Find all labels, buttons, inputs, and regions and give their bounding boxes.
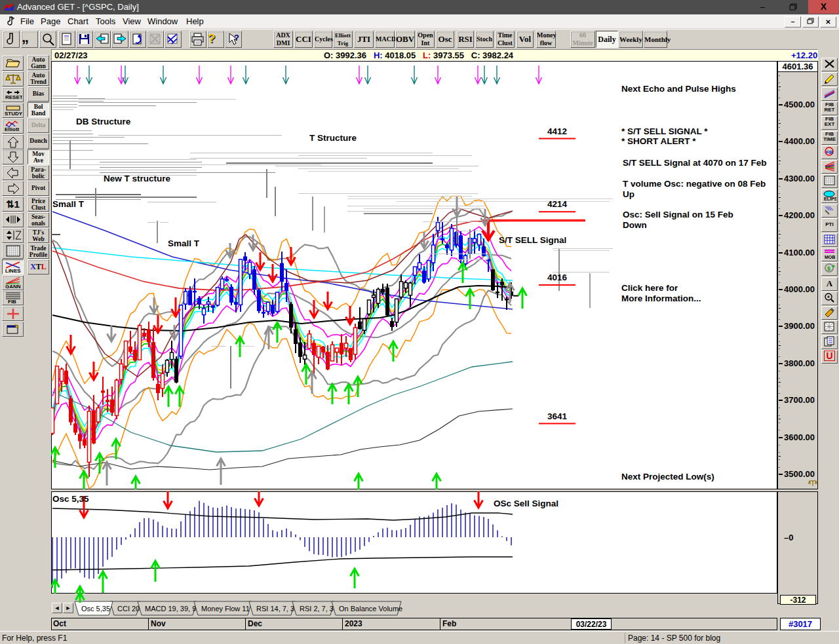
svg-text:Small T: Small T: [168, 238, 200, 248]
svg-text:New T structure: New T structure: [104, 174, 171, 183]
svg-text:T Structure: T Structure: [309, 133, 357, 143]
svg-text:4016: 4016: [547, 273, 568, 282]
svg-text:OSc Sell Signal: OSc Sell Signal: [494, 499, 558, 508]
svg-text:?: ?: [234, 33, 239, 43]
svg-text:S/T SELL Signal at 4070 on 17: S/T SELL Signal at 4070 on 17 Feb: [623, 158, 767, 168]
svg-text:Osc 5,35: Osc 5,35: [81, 605, 110, 613]
svg-text:Down: Down: [623, 220, 647, 230]
svg-text:More Information...: More Information...: [621, 294, 701, 303]
svg-text:MACD 19, 39, 9: MACD 19, 39, 9: [145, 605, 196, 613]
svg-text:Up: Up: [623, 189, 634, 199]
svg-text:DB Structure: DB Structure: [76, 117, 131, 126]
svg-text:Click here for: Click here for: [621, 283, 678, 293]
svg-text:RSI 2, 7, 3: RSI 2, 7, 3: [300, 605, 334, 613]
svg-text:T volume Osc: negative on 08 F: T volume Osc: negative on 08 Feb: [623, 179, 766, 189]
svg-text:FIB: FIB: [826, 150, 833, 155]
svg-text:MOB: MOB: [825, 255, 835, 259]
svg-text:ELIPS: ELIPS: [824, 197, 836, 201]
svg-text:RSI 14, 7, 3: RSI 14, 7, 3: [256, 605, 294, 613]
svg-text:* S/T SELL SIGNAL *: * S/T SELL SIGNAL *: [621, 126, 708, 136]
svg-text:CCI 20: CCI 20: [117, 605, 140, 613]
svg-text:S/T SELL Signal: S/T SELL Signal: [499, 235, 566, 245]
svg-text:4412: 4412: [547, 126, 567, 136]
svg-text:On Balance Volume: On Balance Volume: [339, 605, 402, 613]
svg-text:4214: 4214: [547, 199, 568, 209]
svg-text:Small T: Small T: [52, 199, 85, 209]
svg-text:Osc 5,35: Osc 5,35: [52, 494, 89, 504]
svg-text:3641: 3641: [547, 411, 568, 421]
svg-text:$: $: [827, 265, 830, 272]
svg-text:* SHORT ALERT *: * SHORT ALERT *: [621, 136, 696, 146]
svg-text:Next Echo and Pulse Highs: Next Echo and Pulse Highs: [621, 84, 736, 94]
svg-text:Osc: Sell Signal on 15 Feb: Osc: Sell Signal on 15 Feb: [623, 210, 733, 219]
svg-text:Money Flow 11: Money Flow 11: [201, 605, 250, 613]
svg-text:Next Projected Low(s): Next Projected Low(s): [621, 472, 714, 482]
